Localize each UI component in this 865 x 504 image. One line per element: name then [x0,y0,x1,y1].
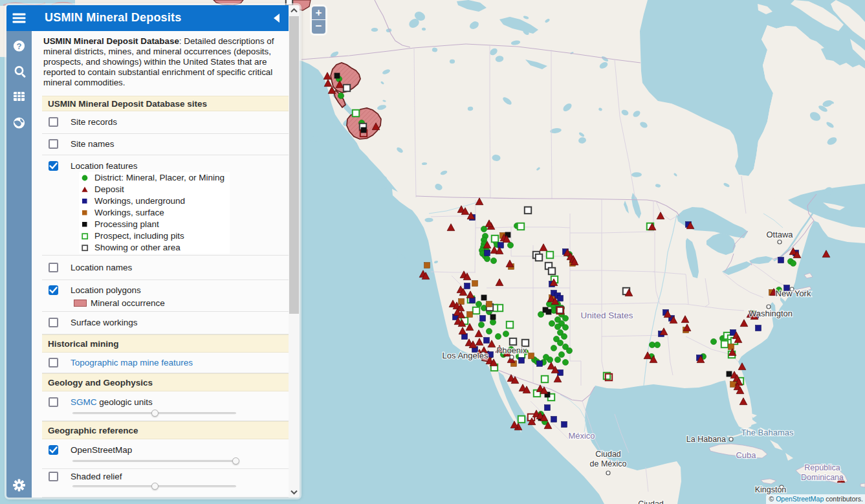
svg-text:Ciudad: Ciudad [638,499,664,504]
svg-text:República: República [804,463,840,472]
svg-text:Washington: Washington [749,309,793,318]
svg-text:Ciudad: Ciudad [595,450,621,459]
svg-text:United States: United States [580,311,633,320]
svg-text:Cuba: Cuba [736,450,756,460]
svg-text:de México: de México [590,459,627,468]
svg-text:?: ? [17,41,22,51]
svg-text:New York: New York [776,289,811,298]
svg-text:Phoenix: Phoenix [497,345,527,355]
svg-text:Ottawa: Ottawa [766,230,793,239]
svg-text:Los Angeles: Los Angeles [443,351,488,360]
svg-text:Kingston: Kingston [755,485,787,494]
svg-text:Dominicana: Dominicana [801,473,844,482]
svg-text:La Habana: La Habana [686,435,726,444]
svg-text:The Bahamas: The Bahamas [741,428,794,437]
svg-text:México: México [568,431,595,441]
